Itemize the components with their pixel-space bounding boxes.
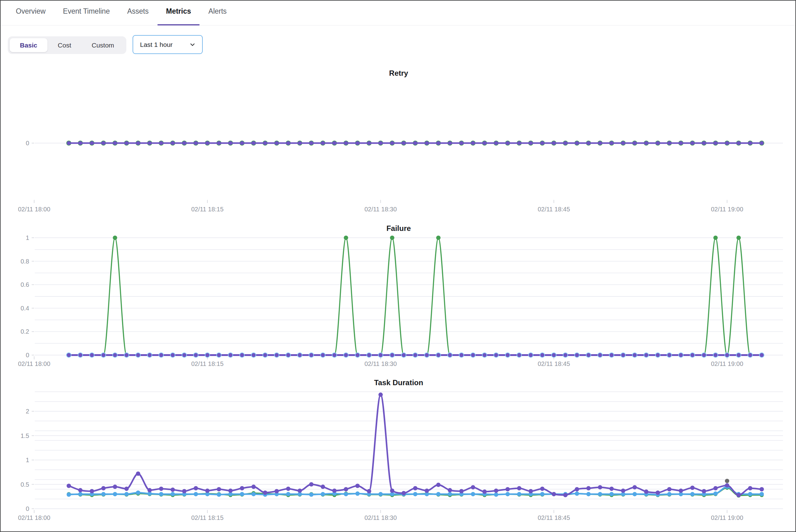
time-range-select[interactable]: Last 1 hour <box>133 35 203 54</box>
tab-overview[interactable]: Overview <box>7 1 54 25</box>
svg-text:02/11 18:00: 02/11 18:00 <box>18 206 50 213</box>
segment-label: Basic <box>20 42 37 49</box>
svg-text:02/11 18:00: 02/11 18:00 <box>18 360 50 367</box>
tab-label: Event Timeline <box>63 7 110 16</box>
svg-text:02/11 18:45: 02/11 18:45 <box>538 206 570 213</box>
svg-text:0.5: 0.5 <box>20 481 29 488</box>
tab-event-timeline[interactable]: Event Timeline <box>54 1 119 25</box>
segment-label: Custom <box>92 42 114 49</box>
metrics-dashboard-window: Overview Event Timeline Assets Metrics A… <box>0 0 796 532</box>
tab-label: Alerts <box>208 7 227 16</box>
svg-text:02/11 19:00: 02/11 19:00 <box>711 206 743 213</box>
retry-chart: Retry 002/11 18:0002/11 18:1502/11 18:30… <box>1 60 796 218</box>
segment-cost[interactable]: Cost <box>48 38 81 52</box>
svg-text:0.8: 0.8 <box>20 258 29 265</box>
tab-alerts[interactable]: Alerts <box>200 1 235 25</box>
svg-text:0: 0 <box>26 505 29 512</box>
svg-text:1: 1 <box>26 457 29 463</box>
metric-view-segmented-control: Basic Cost Custom <box>8 36 126 54</box>
svg-text:0: 0 <box>26 352 29 359</box>
svg-text:0.4: 0.4 <box>20 305 29 311</box>
svg-text:0.6: 0.6 <box>20 281 29 288</box>
segment-basic[interactable]: Basic <box>10 38 48 52</box>
svg-text:02/11 18:30: 02/11 18:30 <box>364 514 397 521</box>
chevron-down-icon <box>189 41 196 48</box>
svg-text:1: 1 <box>26 234 29 241</box>
svg-text:02/11 18:45: 02/11 18:45 <box>538 360 570 367</box>
svg-text:02/11 18:15: 02/11 18:15 <box>191 514 224 521</box>
svg-text:02/11 18:00: 02/11 18:00 <box>18 514 50 521</box>
tab-label: Metrics <box>166 7 191 16</box>
tab-label: Assets <box>127 7 149 16</box>
svg-text:02/11 19:00: 02/11 19:00 <box>711 360 743 367</box>
tab-metrics[interactable]: Metrics <box>157 1 200 25</box>
svg-text:02/11 18:30: 02/11 18:30 <box>364 360 397 367</box>
time-range-value: Last 1 hour <box>140 41 173 49</box>
svg-text:02/11 18:15: 02/11 18:15 <box>191 360 224 367</box>
svg-text:0.2: 0.2 <box>20 328 29 335</box>
failure-chart-canvas[interactable]: 00.20.40.60.8102/11 18:0002/11 18:1502/1… <box>1 218 796 373</box>
failure-chart: Failure 00.20.40.60.8102/11 18:0002/11 1… <box>1 218 796 373</box>
svg-text:0: 0 <box>26 140 29 147</box>
segment-label: Cost <box>58 42 71 49</box>
svg-text:02/11 19:00: 02/11 19:00 <box>711 514 743 521</box>
retry-chart-canvas[interactable]: 002/11 18:0002/11 18:1502/11 18:3002/11 … <box>1 60 796 218</box>
svg-text:1.5: 1.5 <box>20 432 29 439</box>
tab-label: Overview <box>16 7 46 16</box>
svg-text:02/11 18:15: 02/11 18:15 <box>191 206 224 213</box>
svg-text:2: 2 <box>26 408 29 415</box>
svg-text:02/11 18:30: 02/11 18:30 <box>364 206 397 213</box>
svg-text:02/11 18:45: 02/11 18:45 <box>538 514 570 521</box>
tab-bar: Overview Event Timeline Assets Metrics A… <box>1 1 795 25</box>
task-duration-chart: Task Duration 00.511.5202/11 18:0002/11 … <box>1 373 796 532</box>
task-duration-chart-canvas[interactable]: 00.511.5202/11 18:0002/11 18:1502/11 18:… <box>1 373 796 532</box>
tab-assets[interactable]: Assets <box>119 1 157 25</box>
segment-custom[interactable]: Custom <box>81 38 124 52</box>
